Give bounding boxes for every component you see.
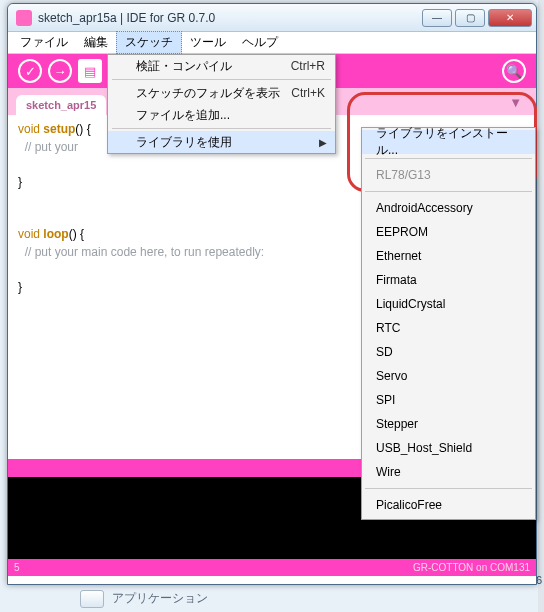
submenu-lib-servo[interactable]: Servo <box>362 364 535 388</box>
minimize-button[interactable]: — <box>422 9 452 27</box>
submenu-lib-wire[interactable]: Wire <box>362 460 535 484</box>
menu-tools[interactable]: ツール <box>182 32 234 53</box>
background-text: アプリケーション <box>80 590 208 608</box>
submenu-install-library[interactable]: ライブラリをインストール... <box>362 130 535 154</box>
submenu-lib-stepper[interactable]: Stepper <box>362 412 535 436</box>
menu-show-sketch-folder[interactable]: スケッチのフォルダを表示 Ctrl+K <box>108 82 335 104</box>
new-button[interactable]: ▤ <box>78 59 102 83</box>
status-line-number: 5 <box>14 562 20 573</box>
menu-help[interactable]: ヘルプ <box>234 32 286 53</box>
menu-bar: ファイル 編集 スケッチ ツール ヘルプ <box>8 32 536 54</box>
maximize-button[interactable]: ▢ <box>455 9 485 27</box>
tab-active[interactable]: sketch_apr15 <box>16 95 106 115</box>
submenu-lib-firmata[interactable]: Firmata <box>362 268 535 292</box>
submenu-lib-sd[interactable]: SD <box>362 340 535 364</box>
submenu-lib-spi[interactable]: SPI <box>362 388 535 412</box>
sketch-menu-dropdown: 検証・コンパイル Ctrl+R スケッチのフォルダを表示 Ctrl+K ファイル… <box>107 54 336 154</box>
menu-edit[interactable]: 編集 <box>76 32 116 53</box>
submenu-lib-usb-host-shield[interactable]: USB_Host_Shield <box>362 436 535 460</box>
serial-monitor-button[interactable]: 🔍 <box>502 59 526 83</box>
status-bar: 5 GR-COTTON on COM131 <box>8 559 536 576</box>
upload-button[interactable]: → <box>48 59 72 83</box>
status-board-port: GR-COTTON on COM131 <box>413 562 530 573</box>
app-icon <box>16 10 32 26</box>
menu-add-file[interactable]: ファイルを追加... <box>108 104 335 126</box>
submenu-board-group: RL78/G13 <box>362 163 535 187</box>
submenu-lib-eeprom[interactable]: EEPROM <box>362 220 535 244</box>
menu-use-library[interactable]: ライブラリを使用 ▶ <box>108 131 335 153</box>
menu-file[interactable]: ファイル <box>12 32 76 53</box>
title-bar: sketch_apr15a | IDE for GR 0.7.0 — ▢ ✕ <box>8 4 536 32</box>
menu-verify-compile[interactable]: 検証・コンパイル Ctrl+R <box>108 55 335 77</box>
submenu-lib-picalicofree[interactable]: PicalicoFree <box>362 493 535 517</box>
submenu-lib-androidaccessory[interactable]: AndroidAccessory <box>362 196 535 220</box>
submenu-lib-ethernet[interactable]: Ethernet <box>362 244 535 268</box>
library-submenu: ライブラリをインストール... RL78/G13 AndroidAccessor… <box>361 127 536 520</box>
window-title: sketch_apr15a | IDE for GR 0.7.0 <box>38 11 419 25</box>
menu-sketch[interactable]: スケッチ <box>116 31 182 54</box>
submenu-lib-rtc[interactable]: RTC <box>362 316 535 340</box>
tab-dropdown-icon[interactable]: ▼ <box>509 95 522 110</box>
submenu-arrow-icon: ▶ <box>319 137 327 148</box>
verify-button[interactable]: ✓ <box>18 59 42 83</box>
close-button[interactable]: ✕ <box>488 9 532 27</box>
submenu-lib-liquidcrystal[interactable]: LiquidCrystal <box>362 292 535 316</box>
